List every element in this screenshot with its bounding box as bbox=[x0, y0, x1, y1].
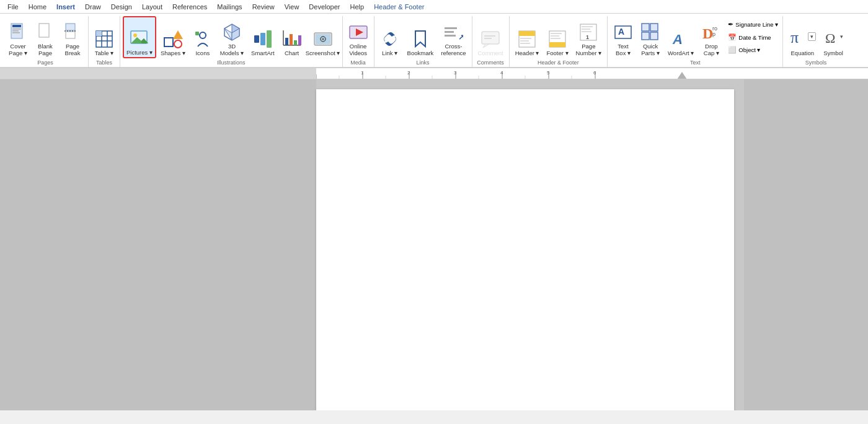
text-box-button[interactable]: A TextBox ▾ bbox=[610, 16, 636, 58]
3d-models-button[interactable]: 3DModels ▾ bbox=[217, 16, 247, 58]
ribbon-group-links: Link ▾ Bookmark ↗ bbox=[374, 16, 472, 67]
symbol-label: Symbol bbox=[823, 50, 843, 56]
cover-page-icon bbox=[8, 22, 28, 42]
cover-page-button[interactable]: CoverPage ▾ bbox=[5, 16, 31, 58]
chart-button[interactable]: Chart bbox=[279, 16, 305, 58]
signature-line-label: Signature Line ▾ bbox=[735, 21, 778, 28]
svg-text:5: 5 bbox=[547, 70, 550, 76]
menu-references[interactable]: References bbox=[167, 2, 212, 12]
screenshot-button[interactable]: Screenshot ▾ bbox=[306, 16, 340, 58]
svg-rect-47 bbox=[445, 31, 454, 33]
quick-parts-button[interactable]: QuickParts ▾ bbox=[637, 16, 663, 58]
text-group-label: Text bbox=[610, 58, 780, 66]
svg-text:↗: ↗ bbox=[458, 33, 463, 42]
svg-point-42 bbox=[322, 38, 324, 40]
document-page[interactable] bbox=[316, 89, 734, 410]
drop-cap-button[interactable]: D ro p DropCap ▾ bbox=[698, 16, 724, 58]
menu-insert[interactable]: Insert bbox=[51, 2, 80, 12]
svg-rect-56 bbox=[520, 38, 531, 39]
menu-view[interactable]: View bbox=[280, 2, 304, 12]
chart-label: Chart bbox=[285, 50, 299, 56]
page-number-label: PageNumber ▾ bbox=[576, 43, 601, 56]
svg-rect-4 bbox=[12, 32, 20, 33]
bookmark-label: Bookmark bbox=[407, 50, 434, 56]
svg-rect-1 bbox=[12, 25, 21, 27]
menu-design[interactable]: Design bbox=[106, 2, 137, 12]
screenshot-label: Screenshot ▾ bbox=[306, 50, 340, 56]
signature-line-button[interactable]: ✒ Signature Line ▾ bbox=[726, 20, 780, 29]
pages-group-label: Pages bbox=[5, 58, 86, 66]
svg-rect-38 bbox=[298, 35, 301, 45]
pictures-icon bbox=[130, 29, 149, 48]
ribbon-group-media: OnlineVideos Media bbox=[343, 16, 374, 67]
menu-review[interactable]: Review bbox=[247, 2, 280, 12]
menu-help[interactable]: Help bbox=[345, 2, 370, 12]
object-label: Object ▾ bbox=[738, 46, 760, 53]
cross-reference-button[interactable]: ↗ Cross-reference bbox=[438, 16, 469, 58]
3d-models-label: 3DModels ▾ bbox=[220, 43, 244, 56]
svg-rect-36 bbox=[290, 34, 293, 45]
bookmark-button[interactable]: Bookmark bbox=[404, 16, 437, 58]
link-button[interactable]: Link ▾ bbox=[377, 16, 403, 58]
object-icon: ⬜ bbox=[728, 46, 737, 54]
page-number-button[interactable]: 1 PageNumber ▾ bbox=[573, 16, 604, 58]
menu-developer[interactable]: Developer bbox=[304, 2, 345, 12]
online-videos-button[interactable]: OnlineVideos bbox=[345, 16, 371, 58]
document-left-margin bbox=[0, 79, 316, 410]
svg-marker-51 bbox=[483, 44, 489, 48]
date-time-label: Date & Time bbox=[738, 34, 771, 41]
cross-reference-label: Cross-reference bbox=[441, 43, 466, 56]
symbol-button[interactable]: Ω ▾ Symbol bbox=[820, 16, 846, 58]
pictures-button[interactable]: Pictures ▾ bbox=[123, 16, 156, 58]
symbol-dropdown-arrow[interactable]: ▾ bbox=[840, 33, 843, 40]
svg-rect-35 bbox=[285, 38, 288, 45]
blank-page-button[interactable]: BlankPage bbox=[32, 16, 58, 58]
smartart-label: SmartArt bbox=[251, 50, 274, 56]
smartart-button[interactable]: SmartArt bbox=[248, 16, 277, 58]
svg-text:D: D bbox=[702, 25, 713, 42]
page-break-button[interactable]: PageBreak bbox=[60, 16, 86, 58]
menu-header-footer[interactable]: Header & Footer bbox=[369, 2, 429, 12]
comment-icon bbox=[480, 29, 500, 49]
icons-button[interactable]: Icons bbox=[190, 16, 216, 58]
equation-button[interactable]: π ▾ Equation bbox=[786, 16, 819, 58]
header-label: Header ▾ bbox=[515, 50, 539, 56]
menu-mailings[interactable]: Mailings bbox=[212, 2, 247, 12]
page-break-label: PageBreak bbox=[65, 43, 81, 56]
table-button[interactable]: Table ▾ bbox=[91, 16, 117, 58]
drop-cap-icon: D ro p bbox=[701, 22, 721, 42]
svg-rect-8 bbox=[66, 32, 75, 38]
equation-label: Equation bbox=[791, 50, 815, 56]
date-time-button[interactable]: 📅 Date & Time bbox=[726, 33, 780, 42]
menu-layout[interactable]: Layout bbox=[137, 2, 167, 12]
ribbon-group-tables: Table ▾ Tables bbox=[89, 16, 120, 67]
menu-file[interactable]: File bbox=[2, 2, 24, 12]
svg-rect-71 bbox=[642, 24, 649, 31]
wordart-button[interactable]: A WordArt ▾ bbox=[665, 16, 697, 58]
svg-text:A: A bbox=[618, 27, 624, 37]
footer-label: Footer ▾ bbox=[547, 50, 569, 56]
header-button[interactable]: Header ▾ bbox=[512, 16, 542, 58]
comment-button[interactable]: Comment bbox=[475, 16, 507, 58]
document-right-margin bbox=[744, 79, 868, 410]
ribbon-group-illustrations: Pictures ▾ Shapes ▾ bbox=[120, 16, 343, 67]
svg-point-22 bbox=[174, 40, 182, 48]
menu-home[interactable]: Home bbox=[24, 2, 51, 12]
svg-point-17 bbox=[133, 33, 137, 37]
cross-reference-icon: ↗ bbox=[443, 22, 463, 42]
ruler: 1 2 3 4 5 6 bbox=[0, 68, 868, 79]
quick-parts-label: QuickParts ▾ bbox=[641, 43, 660, 56]
svg-rect-2 bbox=[12, 29, 21, 30]
svg-rect-48 bbox=[445, 35, 456, 37]
svg-rect-60 bbox=[549, 42, 565, 47]
svg-rect-57 bbox=[520, 40, 529, 42]
header-footer-group-label: Header & Footer bbox=[512, 58, 604, 66]
ruler-gray-left bbox=[0, 68, 316, 79]
bookmark-icon bbox=[410, 29, 430, 49]
menu-draw[interactable]: Draw bbox=[80, 2, 106, 12]
svg-text:2: 2 bbox=[407, 70, 410, 76]
footer-button[interactable]: Footer ▾ bbox=[544, 16, 572, 58]
shapes-button[interactable]: Shapes ▾ bbox=[157, 16, 188, 58]
equation-dropdown-arrow[interactable]: ▾ bbox=[808, 32, 816, 41]
object-button[interactable]: ⬜ Object ▾ bbox=[726, 45, 780, 55]
